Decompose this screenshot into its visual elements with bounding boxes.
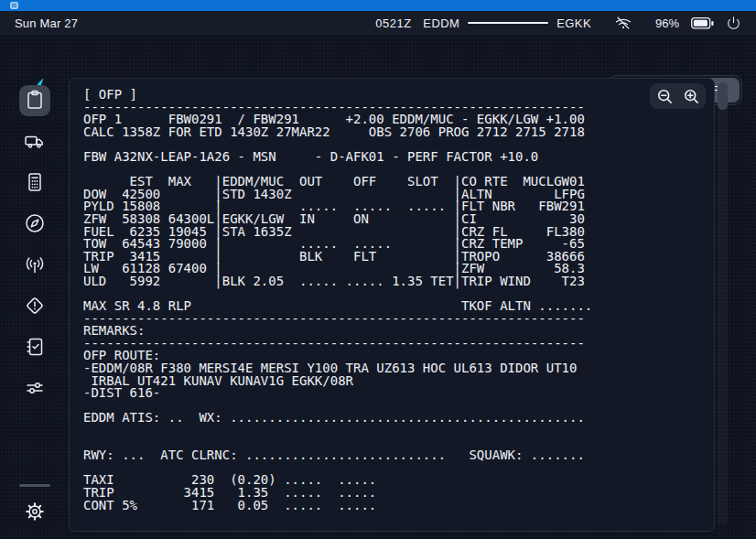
zoom-in-icon[interactable] bbox=[679, 85, 703, 107]
sidebar-item-performance[interactable] bbox=[19, 167, 50, 199]
clipboard-icon bbox=[24, 89, 46, 113]
sidebar-item-dispatch[interactable] bbox=[19, 85, 50, 116]
sidebar-divider bbox=[19, 484, 50, 487]
ofp-card[interactable]: [ OFP ] --------------------------------… bbox=[69, 78, 715, 532]
zoom-toolbar bbox=[650, 83, 706, 109]
sidebar-item-ground[interactable] bbox=[19, 126, 50, 157]
window-app-icon bbox=[10, 2, 18, 9]
scrollbar-thumb[interactable] bbox=[718, 82, 728, 110]
checklist-icon bbox=[24, 336, 46, 361]
route-destination: EGKK bbox=[556, 16, 591, 30]
flight-route-indicator: EDDM EGKK bbox=[423, 16, 591, 30]
hazard-icon bbox=[24, 295, 46, 319]
calculator-icon bbox=[24, 171, 46, 196]
status-bar: Sun Mar 27 0521Z EDDM EGKK 96% bbox=[0, 11, 756, 35]
sidebar-item-presets[interactable] bbox=[19, 373, 50, 404]
gear-icon bbox=[24, 501, 46, 525]
window-titlebar bbox=[0, 0, 756, 11]
sidebar-item-settings[interactable] bbox=[19, 497, 50, 528]
battery-percent: 96% bbox=[655, 16, 679, 30]
scrollbar-track bbox=[718, 82, 728, 525]
route-progress-line bbox=[468, 22, 548, 24]
power-icon[interactable] bbox=[726, 16, 741, 31]
ofp-document: [ OFP ] --------------------------------… bbox=[83, 89, 592, 512]
page-header: Dispatch Overview OFP bbox=[0, 35, 756, 77]
battery-icon bbox=[691, 17, 714, 29]
truck-icon bbox=[24, 130, 46, 155]
sidebar-item-navigation[interactable] bbox=[19, 209, 50, 240]
route-origin: EDDM bbox=[423, 16, 459, 30]
sidebar-nav bbox=[0, 77, 69, 539]
sidebar-item-checklists[interactable] bbox=[19, 332, 50, 363]
antenna-icon bbox=[24, 253, 46, 278]
zoom-out-icon[interactable] bbox=[653, 85, 676, 107]
sidebar-item-failures[interactable] bbox=[19, 291, 50, 322]
flypad-app: Sun Mar 27 0521Z EDDM EGKK 96% bbox=[0, 0, 756, 539]
status-date: Sun Mar 27 bbox=[15, 16, 78, 30]
wifi-off-icon bbox=[614, 15, 632, 31]
sliders-icon bbox=[24, 377, 46, 402]
compass-icon bbox=[24, 212, 46, 237]
status-clock: 0521Z bbox=[375, 16, 411, 30]
sidebar-item-atc[interactable] bbox=[19, 250, 50, 281]
